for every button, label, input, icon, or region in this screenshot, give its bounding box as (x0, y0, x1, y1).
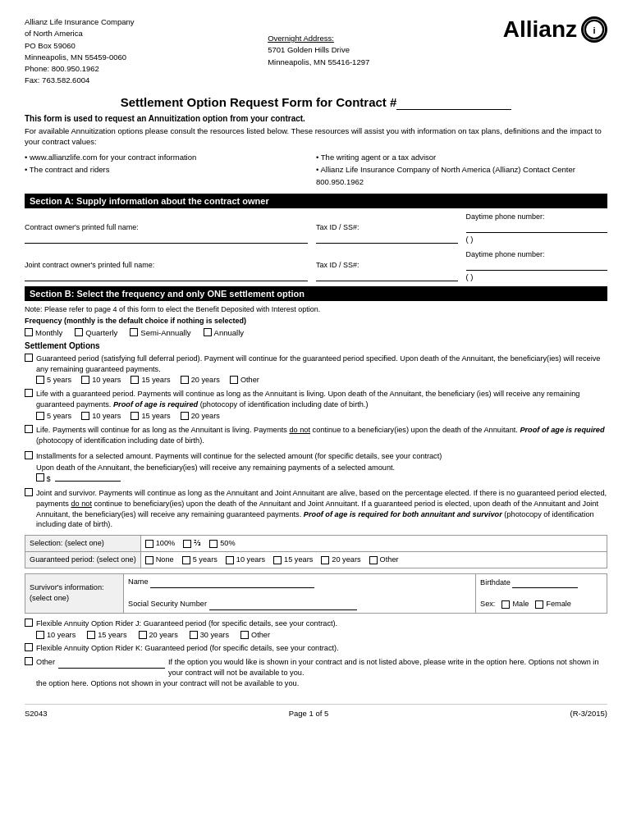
option3-block: Life. Payments will continue for as long… (25, 425, 607, 446)
bullets: www.allianzlife.com for your contract in… (25, 151, 607, 189)
option4-checkbox[interactable] (25, 451, 33, 459)
freq-monthly[interactable]: Monthly (25, 328, 62, 337)
sel-2thirds[interactable]: ⅔ (183, 538, 201, 549)
section-b-note: Note: Please refer to page 4 of this for… (25, 305, 607, 313)
company-city: Minneapolis, MN 55459-0060 (25, 52, 135, 63)
option3-checkbox[interactable] (25, 425, 33, 433)
monthly-checkbox[interactable] (25, 328, 33, 336)
freq-annually[interactable]: Annually (204, 328, 244, 337)
opt6-10yr[interactable]: 10 years (36, 631, 76, 639)
option8-text: If the option you would like is shown in… (168, 657, 607, 678)
company-logo: Allianz i (503, 16, 607, 43)
section-b-header: Section B: Select the frequency and only… (25, 286, 607, 301)
company-phone: Phone: 800.950.1962 (25, 63, 135, 75)
survivor-table: Survivor's information: (select one) Nam… (25, 573, 607, 614)
sel-50[interactable]: 50% (209, 538, 235, 549)
option2-checkbox[interactable] (25, 389, 33, 397)
selection-options-cell: 100% ⅔ 50% (140, 536, 607, 552)
overnight-address1: 5701 Golden Hills Drive (268, 44, 369, 56)
bullet-3: The contract and riders (25, 163, 316, 188)
guaranteed-options-cell: None 5 years 10 years 15 years (140, 552, 607, 568)
daytime-phone-input[interactable] (466, 221, 608, 233)
option7-text: Flexible Annuity Option Rider K: Guarant… (36, 643, 339, 654)
semi-annually-label: Semi-Annually (140, 328, 190, 337)
opt2-20yr[interactable]: 20 years (181, 412, 220, 420)
guar-20yr[interactable]: 20 years (321, 555, 360, 565)
svg-text:i: i (593, 25, 595, 35)
bullet-2: The writing agent or a tax advisor (316, 151, 607, 163)
option2-text: Life with a guaranteed period. Payments … (36, 389, 607, 410)
guar-10yr[interactable]: 10 years (226, 555, 265, 565)
opt2-10yr[interactable]: 10 years (81, 412, 121, 420)
sex-male[interactable]: Male (501, 599, 529, 609)
joint-daytime-phone-input[interactable] (466, 259, 608, 271)
freq-quarterly[interactable]: Quarterly (75, 328, 117, 337)
option2-block: Life with a guaranteed period. Payments … (25, 389, 607, 420)
subtitle1: This form is used to request an Annuitiz… (25, 114, 607, 123)
owner-row: Contract owner's printed full name: Tax … (25, 212, 607, 244)
survivor-name-input[interactable] (150, 577, 314, 588)
logo-text: Allianz (503, 16, 577, 43)
opt6-15yr[interactable]: 15 years (87, 631, 126, 639)
guaranteed-row: Guaranteed period: (select one) None 5 y… (25, 552, 607, 568)
opt2-15yr[interactable]: 15 years (131, 412, 170, 420)
joint-tax-id-input[interactable] (316, 270, 458, 281)
opt1-20yr[interactable]: 20 years (181, 376, 220, 384)
opt1-5yr[interactable]: 5 years (36, 376, 71, 384)
option1-checkbox[interactable] (25, 354, 33, 362)
company-po: PO Box 59060 (25, 40, 135, 52)
option4-text: Installments for a selected amount. Paym… (36, 451, 442, 462)
quarterly-label: Quarterly (85, 328, 117, 337)
sex-female[interactable]: Female (535, 599, 571, 609)
owner-name-input[interactable] (25, 232, 308, 244)
form-title: Settlement Option Request Form for Contr… (25, 95, 607, 110)
option6-block: Flexible Annuity Option Rider J: Guarant… (25, 619, 607, 639)
semi-annually-checkbox[interactable] (130, 328, 138, 336)
guar-5yr[interactable]: 5 years (182, 555, 218, 565)
annually-label: Annually (214, 328, 244, 337)
joint-owner-input[interactable] (25, 270, 308, 281)
opt2-5yr[interactable]: 5 years (36, 412, 71, 420)
option5-text: Joint and survivor. Payments will contin… (36, 488, 607, 531)
option1-block: Guaranteed period (satisfying full defer… (25, 354, 607, 385)
survivor-birthdate-input[interactable] (512, 578, 578, 589)
survivor-ssn-input[interactable] (209, 599, 357, 610)
opt1-15yr[interactable]: 15 years (131, 376, 170, 384)
option5-block: Joint and survivor. Payments will contin… (25, 488, 607, 614)
annually-checkbox[interactable] (204, 328, 212, 336)
quarterly-checkbox[interactable] (75, 328, 83, 336)
selection-label: Selection: (select one) (25, 536, 141, 552)
frequency-label: Frequency (monthly is the default choice… (25, 317, 607, 325)
option7-checkbox[interactable] (25, 643, 33, 651)
option4-block: Installments for a selected amount. Paym… (25, 451, 607, 483)
opt6-20yr[interactable]: 20 years (139, 631, 178, 639)
guar-other[interactable]: Other (369, 555, 399, 565)
guar-none[interactable]: None (145, 555, 174, 565)
frequency-row: Monthly Quarterly Semi-Annually Annually (25, 328, 607, 337)
opt1-10yr[interactable]: 10 years (81, 376, 121, 384)
company-name2: of North America (25, 28, 135, 39)
opt6-other[interactable]: Other (240, 631, 270, 639)
survivor-row: Survivor's information: (select one) Nam… (25, 574, 607, 614)
option6-text: Flexible Annuity Option Rider J: Guarant… (36, 619, 337, 629)
tax-id-input[interactable] (316, 232, 458, 244)
phone-parens: ( ) (466, 235, 608, 244)
option1-text: Guaranteed period (satisfying full defer… (36, 354, 607, 375)
option4-dollar-checkbox[interactable] (36, 473, 44, 482)
overnight-label: Overnight Address: (268, 33, 369, 44)
footer: S2043 Page 1 of 5 (R-3/2015) (25, 704, 607, 718)
guar-15yr[interactable]: 15 years (273, 555, 313, 565)
freq-semi-annually[interactable]: Semi-Annually (130, 328, 190, 337)
option8-checkbox[interactable] (25, 657, 33, 665)
tax-id-label: Tax ID / SS#: (316, 223, 458, 231)
opt6-30yr[interactable]: 30 years (190, 631, 229, 639)
option5-checkbox[interactable] (25, 488, 33, 496)
company-fax: Fax: 763.582.6004 (25, 75, 135, 86)
dollar-label: $ (47, 475, 51, 483)
sel-100[interactable]: 100% (145, 538, 176, 549)
opt1-other[interactable]: Other (230, 376, 259, 384)
dollar-input[interactable] (55, 481, 121, 482)
subtitle2: For available Annuitization options plea… (25, 126, 607, 148)
option8-other-input[interactable] (58, 657, 165, 669)
option6-checkbox[interactable] (25, 619, 33, 627)
